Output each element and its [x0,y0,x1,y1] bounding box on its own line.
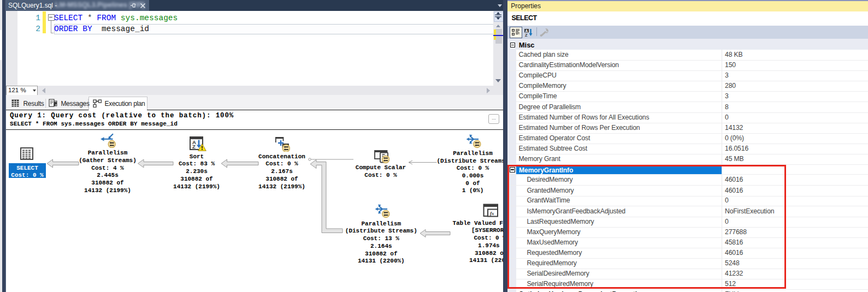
svg-text:Z: Z [525,32,528,37]
svg-text:fx: fx [490,210,494,216]
svg-text:Z: Z [192,144,196,150]
